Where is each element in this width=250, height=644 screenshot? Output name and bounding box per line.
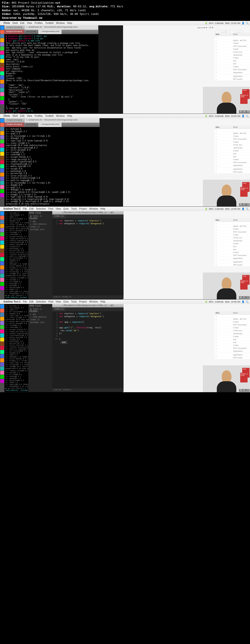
dock-app-icon[interactable] — [0, 193, 4, 197]
dock-app-icon[interactable] — [0, 63, 4, 67]
finder-row[interactable]: --HTML text — [215, 329, 250, 332]
dock-app-icon[interactable] — [0, 220, 4, 224]
terminal-output[interactable]: ● mongoose git:(master) $ mkdir api● mon… — [5, 34, 98, 118]
menu-item[interactable]: Profiles — [34, 114, 43, 117]
finder-row[interactable]: --Application — [215, 350, 250, 353]
file[interactable]: package.json — [29, 321, 51, 324]
finder-row[interactable]: --Folder — [215, 326, 250, 329]
finder-row[interactable]: --Folder — [215, 150, 250, 152]
menu-item[interactable]: Tools — [71, 208, 77, 210]
dock-app-icon[interactable] — [0, 152, 4, 156]
sidebar[interactable]: OPEN FILES ● index.js FOLDERS ▾ api ▸ no… — [28, 304, 52, 392]
menu-item[interactable]: Goto — [63, 300, 69, 303]
dock-app-icon[interactable] — [0, 67, 4, 71]
terminal-window[interactable]: mongod [mongod] 1. azat@Azats-Air: ~/Doc… — [5, 25, 98, 113]
dock-app-icon[interactable] — [0, 274, 4, 278]
dock-app-icon[interactable] — [0, 38, 4, 42]
menu-item[interactable]: Edit — [20, 114, 24, 117]
finder-row[interactable]: --- — [215, 222, 250, 225]
finder-row[interactable]: --text — [215, 155, 250, 158]
dock-app-icon[interactable] — [0, 325, 4, 329]
dock-app-icon[interactable] — [0, 135, 4, 139]
dock-app-icon[interactable] — [0, 366, 4, 370]
finder-row[interactable]: --Folder — [215, 234, 250, 236]
term-tab-zsh[interactable]: 1. azat@Azats-Air: ~/Documents/Code/mong… — [24, 25, 99, 30]
finder-row[interactable]: --MP3 audio — [215, 264, 250, 266]
finder-row[interactable]: --text — [215, 60, 250, 62]
dock-app-icon[interactable] — [0, 350, 4, 354]
app-menu[interactable]: Sublime Text 2 — [4, 208, 21, 210]
finder-row[interactable]: --JavaScript — [215, 332, 250, 335]
menu-item[interactable]: Edit — [29, 300, 34, 303]
finder-list[interactable]: SizeKind-----Apple...ate File--Folder--P… — [215, 126, 250, 174]
finder-row[interactable]: --PDF Document — [215, 68, 250, 71]
folder[interactable]: ▸ node_modules — [29, 316, 51, 318]
finder-row[interactable]: --Folder — [215, 228, 250, 230]
finder-row[interactable]: --- — [215, 315, 250, 318]
finder-row[interactable]: --Apple...ate File — [215, 132, 250, 135]
open-file[interactable]: ● index.js — [29, 308, 51, 310]
dock-app-icon[interactable] — [0, 100, 4, 104]
menu-item[interactable]: Help — [67, 114, 72, 117]
finder-row[interactable]: --JavaScript — [215, 146, 250, 150]
menu-help[interactable]: Help — [67, 22, 72, 24]
code-editor[interactable]: 1var express = require('express')2var mo… — [52, 218, 123, 226]
finder-row[interactable]: --Application — [215, 71, 250, 74]
finder-row[interactable]: --Folder — [215, 42, 250, 45]
menu-item[interactable]: Help — [100, 300, 105, 303]
dock-app-icon[interactable] — [0, 189, 4, 193]
dock-app-icon[interactable] — [0, 168, 4, 172]
dock-app-icon[interactable] — [0, 317, 4, 321]
dock-app-icon[interactable] — [0, 88, 4, 92]
finder-row[interactable]: --Folder — [215, 320, 250, 324]
clock[interactable]: 10:04 AM — [231, 115, 240, 117]
menu-view[interactable]: View — [27, 22, 32, 24]
finder-row[interactable]: --text — [215, 152, 250, 155]
menu-item[interactable]: Selection — [36, 208, 46, 210]
menu-item[interactable]: Find — [48, 300, 53, 303]
editor-tab[interactable]: index.js — [52, 307, 66, 311]
dock-app-icon[interactable] — [0, 119, 4, 122]
dock-app-icon[interactable] — [0, 228, 4, 232]
finder-row[interactable]: --Apple...ate File — [215, 225, 250, 228]
dock-app-icon[interactable] — [0, 144, 4, 148]
finder-row[interactable]: --PDF Document — [215, 324, 250, 326]
finder-row[interactable]: --JavaScript — [215, 54, 250, 56]
finder-row[interactable]: --Application — [215, 354, 250, 356]
dock-app-icon[interactable] — [0, 131, 4, 135]
dock-app-icon[interactable] — [0, 232, 4, 236]
dock-app-icon[interactable] — [0, 212, 4, 216]
finder-row[interactable]: --Folder — [215, 335, 250, 338]
dock-app-icon[interactable] — [0, 123, 4, 127]
dock-app-icon[interactable] — [0, 55, 4, 59]
menu-item[interactable]: Window — [56, 114, 65, 117]
finder-list[interactable]: SizeKind-----Apple...ate File--Folder--P… — [215, 33, 250, 81]
menu-toolbelt[interactable]: Toolbelt — [45, 22, 53, 24]
finder-row[interactable]: --Application — [215, 164, 250, 167]
dock-app-icon[interactable] — [0, 96, 4, 100]
dock-app-icon[interactable] — [0, 30, 4, 34]
menu-item[interactable]: Toolbelt — [45, 114, 53, 117]
dock-app-icon[interactable] — [0, 177, 4, 180]
term-subtab-npm[interactable]: npm [node] — [24, 30, 38, 34]
dock-app-icon[interactable] — [0, 84, 4, 88]
sublime-window[interactable]: OPEN FILES ● index.js FOLDERS ▾ api ▸ no… — [28, 211, 123, 299]
menu-item[interactable]: View — [27, 114, 32, 117]
dock-app-icon[interactable] — [0, 257, 4, 261]
user-icon[interactable]: 👤 — [242, 22, 244, 24]
term-subtab[interactable]: npm [node] — [24, 122, 38, 127]
finder-row[interactable]: --- — [215, 36, 250, 39]
dock-app-icon[interactable] — [0, 160, 4, 164]
file[interactable]: package.json — [29, 228, 51, 231]
finder-row[interactable]: --Apple...ate File — [215, 318, 250, 320]
term-tab-mongod[interactable]: mongod [mongod] — [5, 25, 24, 30]
clock[interactable]: 10:05 AM — [231, 208, 240, 210]
menu-window[interactable]: Window — [56, 22, 65, 24]
finder-row[interactable]: --Folder — [215, 242, 250, 245]
finder-row[interactable]: --MP3 audio — [215, 171, 250, 174]
finder-row[interactable]: --Application — [215, 257, 250, 260]
dock-app-icon[interactable] — [0, 156, 4, 160]
finder-list[interactable]: SizeKind-----Apple...ate File--Folder--P… — [215, 311, 250, 359]
finder-row[interactable]: --PDF Document — [215, 45, 250, 48]
dock-app-icon[interactable] — [0, 76, 4, 80]
